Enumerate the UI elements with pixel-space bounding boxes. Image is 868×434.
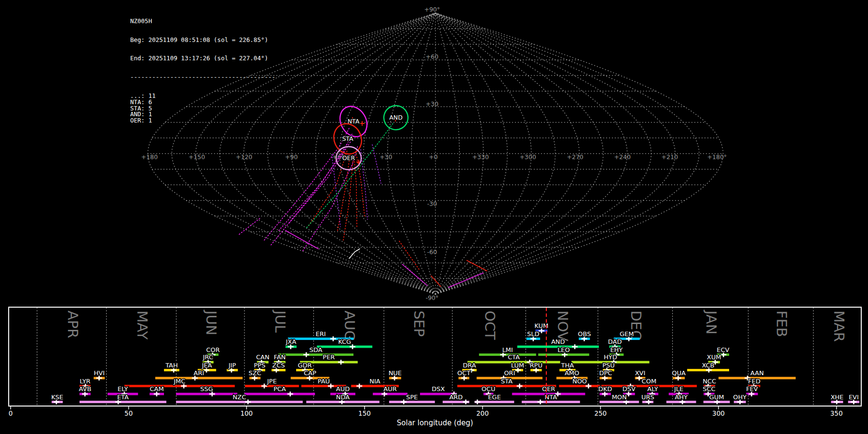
shower-label-SDA: SDA [309, 346, 322, 353]
month-label-JUL: JUL [272, 310, 288, 333]
map-longitude-label: +30 [380, 153, 392, 161]
shower-label-COM: COM [642, 378, 657, 385]
meteor-trail [239, 218, 260, 234]
meteor-trail [431, 276, 441, 286]
shower-label-KCG: KCG [338, 338, 351, 345]
shower-count-row: ...: 11 [130, 93, 275, 99]
shower-label-LUM: LUM [511, 362, 524, 369]
map-meridian [435, 13, 460, 294]
shower-label-XVI: XVI [635, 369, 646, 377]
shower-label-PPS: PPS [254, 362, 266, 369]
map-longitude-label: +90 [285, 153, 298, 161]
shower-bar-AUR [373, 393, 407, 395]
shower-peak-marker-EGE [475, 400, 480, 405]
shower-label-AUR: AUR [383, 385, 396, 393]
meteor-trail [372, 145, 381, 183]
shower-label-HYD: HYD [604, 353, 617, 361]
map-longitude-label: +180 [141, 153, 158, 161]
shower-label-NOO: NOO [572, 378, 587, 385]
shower-label-NCC: NCC [703, 378, 716, 385]
shower-bar-NTA [522, 401, 580, 403]
month-label-MAR: MAR [831, 311, 847, 342]
shower-label-ETA: ETA [117, 393, 129, 401]
shower-label-GEM: GEM [620, 330, 634, 338]
shower-label-JIP: JIP [228, 362, 236, 369]
shower-peak-marker-STA [516, 384, 522, 389]
radiant-label-STA: STA [342, 135, 353, 142]
shower-label-MON: MON [612, 393, 627, 401]
shower-bar-PCA [244, 393, 315, 395]
shower-label-OBS: OBS [578, 330, 591, 338]
station-id: NZ005H [130, 18, 275, 25]
shower-peak-marker-SDA [303, 353, 309, 357]
shower-label-KSE: KSE [51, 393, 63, 401]
shower-count-row: NTA: 6 [130, 99, 275, 106]
shower-label-FEV: FEV [746, 385, 758, 393]
shower-peak-marker-NIA [356, 384, 362, 389]
map-longitude-label: +210 [662, 153, 678, 161]
shower-label-EGE: EGE [488, 393, 501, 401]
shower-count-list: ...: 11NTA: 6STA: 5AND: 1OER: 1 [130, 93, 275, 124]
shower-label-ARI: ARI [194, 369, 204, 377]
shower-label-EVI: EVI [849, 393, 859, 401]
shower-label-JXA: JXA [285, 338, 297, 345]
shower-label-CAM: CAM [150, 385, 164, 393]
shower-label-NIA: NIA [369, 378, 380, 385]
shower-label-GUM: GUM [709, 393, 724, 401]
shower-count-row: OER: 1 [130, 118, 275, 124]
x-axis-tick-label: 300 [712, 409, 725, 417]
shower-label-DKD: DKD [598, 385, 612, 393]
info-panel: NZ005H Beg: 20251109 08:51:08 (sol = 226… [130, 6, 275, 130]
shower-label-PAU: PAU [318, 378, 330, 385]
shower-label-XHE: XHE [830, 393, 843, 401]
shower-peak-marker-ARD [463, 400, 469, 405]
x-axis-tick-label: 350 [830, 409, 843, 417]
shower-label-PER: PER [323, 353, 335, 361]
shower-label-EHY: EHY [610, 346, 623, 353]
shower-label-CAN: CAN [256, 353, 270, 361]
shower-label-TAH: TAH [165, 362, 178, 369]
shower-label-LYR: LYR [80, 378, 91, 385]
shower-label-ALY: ALY [647, 385, 658, 393]
shower-label-DRA: DRA [463, 362, 476, 369]
meteor-trail [402, 264, 427, 285]
shower-label-LEO: LEO [557, 346, 570, 353]
shower-bar-STA [457, 385, 556, 387]
month-label-APR: APR [65, 311, 81, 338]
shower-bar-NOO [559, 385, 600, 387]
shower-label-SZC: SZC [249, 369, 261, 377]
shower-label-AVB: AVB [79, 385, 91, 393]
month-label-SEP: SEP [411, 311, 427, 337]
shower-peak-marker-ERI [330, 337, 336, 341]
shower-label-ERI: ERI [315, 330, 326, 338]
meteor-trail [399, 241, 420, 270]
map-meridian [435, 13, 579, 294]
meteor-trail [264, 128, 349, 240]
map-latitude-label: +30 [426, 100, 438, 108]
shower-label-DPC: DPC [599, 369, 612, 377]
shower-label-AMO: AMO [565, 369, 579, 377]
shower-label-FAN: FAN [274, 353, 286, 361]
shower-label-OER: OER [542, 385, 555, 393]
x-axis-tick-label: 200 [476, 409, 489, 417]
shower-bar-ARI [155, 377, 243, 380]
shower-bar-SSG [176, 393, 237, 395]
shower-bar-SDA [278, 353, 353, 356]
shower-label-STA: STA [501, 378, 513, 385]
divider-line: ---------------------------------------- [130, 74, 275, 81]
shower-label-AND: AND [551, 338, 565, 345]
shower-peak-marker-PER [338, 360, 344, 365]
x-axis-title: Solar longitude (deg) [397, 419, 473, 427]
shower-label-CTA: CTA [508, 353, 520, 361]
shower-label-OHY: OHY [733, 393, 746, 401]
x-axis-tick-label: 0 [9, 409, 13, 417]
shower-label-ECV: ECV [717, 346, 729, 353]
shower-label-DSX: DSX [432, 385, 445, 393]
shower-bar-EGE [475, 401, 515, 403]
month-label-JAN: JAN [703, 310, 719, 335]
shower-label-RPU: RPU [530, 362, 542, 369]
shower-label-ORI: ORI [504, 369, 515, 377]
shower-bar-JPE [245, 385, 299, 387]
shower-label-SPE: SPE [406, 393, 418, 401]
map-latitude-label: +90° [424, 6, 440, 13]
